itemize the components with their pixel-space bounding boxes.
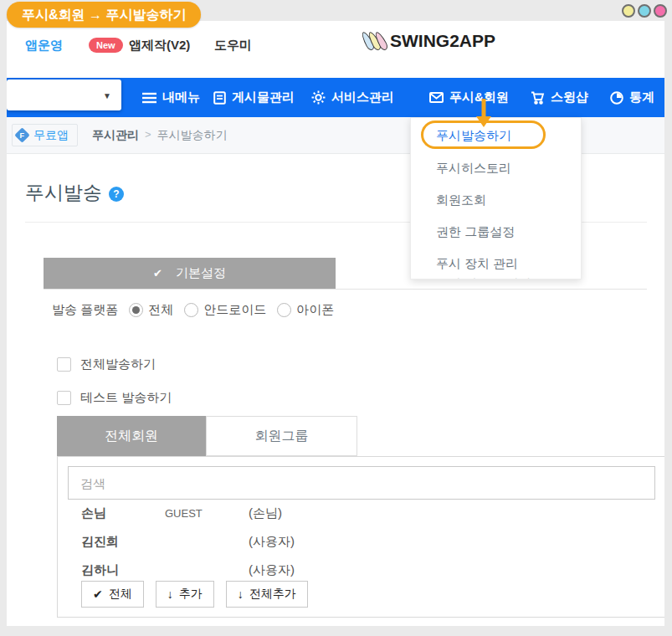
window-dot-cyan-icon[interactable]: [638, 4, 651, 18]
menu-item-permission-groups[interactable]: 권한 그룹설정: [436, 224, 515, 240]
radio-icon[interactable]: [277, 303, 291, 317]
menu-item-push-history[interactable]: 푸시히스토리: [436, 161, 511, 177]
member-name: 손님: [81, 505, 106, 521]
nav-label: 서비스관리: [331, 90, 394, 105]
tutorial-arrow-down-icon: [471, 99, 496, 129]
tab-basic-settings[interactable]: ✔ 기본설정: [44, 258, 336, 289]
radio-platform-all[interactable]: 전체: [129, 302, 173, 318]
tab-member-groups[interactable]: 회원그룹: [206, 416, 357, 456]
page-title: 푸시발송 ?: [25, 180, 124, 206]
member-row[interactable]: 손님 GUEST (손님): [58, 505, 664, 522]
nav-label: 내메뉴: [162, 90, 200, 105]
window-dot-pink-icon[interactable]: [654, 4, 667, 18]
radio-label: 안드로이드: [203, 302, 266, 318]
window-dot-yellow-icon[interactable]: [622, 4, 635, 18]
member-name: 김진희: [81, 534, 119, 550]
member-list-panel: 손님 GUEST (손님) 김진희 (사용자) 김하니 (사용자) ✔ 전체 ↓…: [57, 456, 664, 618]
breadcrumb: 푸시관리 > 푸시발송하기: [92, 128, 228, 143]
checkbox-icon[interactable]: [57, 391, 71, 405]
radio-platform-iphone[interactable]: 아이폰: [277, 302, 334, 318]
button-label: 전체추가: [249, 587, 296, 602]
main-navbar: ▼ 내메뉴 게시물관리 서비스관리 푸시&회원: [7, 78, 664, 117]
feather-logo-icon: [364, 30, 386, 52]
header-link-app-operation[interactable]: 앱운영: [25, 38, 63, 54]
check-icon: ✔: [153, 267, 162, 280]
arrow-down-icon: ↓: [238, 587, 244, 601]
help-icon[interactable]: ?: [109, 187, 124, 202]
breadcrumb-current: 푸시발송하기: [157, 128, 228, 143]
menu-item-member-lookup[interactable]: 회원조회: [436, 192, 486, 208]
member-panel-buttons: ✔ 전체 ↓ 추가 ↓ 전체추가: [81, 581, 308, 608]
check-icon: ✔: [93, 587, 103, 601]
new-badge: New: [89, 38, 123, 53]
breadcrumb-separator: >: [145, 128, 151, 143]
menu-icon: [142, 92, 156, 104]
menu-item-push-devices[interactable]: 푸시 장치 관리: [436, 256, 518, 272]
nav-item-statistics[interactable]: 통계: [610, 78, 654, 117]
stats-icon: [610, 91, 623, 105]
checkbox-label: 전체발송하기: [80, 356, 156, 372]
swing2app-logo[interactable]: SWING2APP: [364, 30, 495, 52]
member-row[interactable]: 김하니 (사용자): [58, 562, 664, 579]
nav-label: 스윙샵: [551, 90, 588, 105]
platform-row: 발송 플랫폼 전체 안드로이드 아이폰: [52, 302, 334, 318]
tab-label: 기본설정: [176, 265, 226, 281]
select-all-button[interactable]: ✔ 전체: [81, 581, 144, 608]
nav-label: 통계: [629, 90, 654, 105]
tab-underline: [44, 289, 647, 290]
checkbox-icon[interactable]: [57, 357, 71, 372]
radio-label: 전체: [148, 302, 173, 318]
checkbox-test-send[interactable]: 테스트 발송하기: [57, 390, 172, 406]
member-role: (사용자): [249, 562, 295, 578]
radio-label: 아이폰: [296, 302, 334, 318]
tab-all-members[interactable]: 전체회원: [57, 416, 206, 456]
tutorial-badge: 푸시&회원 → 푸시발송하기: [7, 2, 201, 28]
nav-item-swing-shop[interactable]: 스윙샵: [531, 78, 588, 117]
logo-text: SWING2APP: [390, 31, 495, 51]
app-select-dropdown[interactable]: ▼: [7, 80, 121, 110]
nav-item-board-management[interactable]: 게시물관리: [213, 78, 295, 117]
checkbox-send-all[interactable]: 전체발송하기: [57, 356, 156, 372]
nav-label: 게시물관리: [232, 90, 295, 105]
nav-item-push-members[interactable]: 푸시&회원: [429, 78, 509, 117]
button-label: 전체: [109, 587, 132, 602]
header-link-helper[interactable]: 도우미: [214, 38, 252, 54]
nav-item-my-menu[interactable]: 내메뉴: [142, 78, 200, 117]
radio-icon[interactable]: [184, 303, 198, 317]
add-button[interactable]: ↓ 추가: [156, 581, 214, 608]
member-username: GUEST: [165, 507, 203, 520]
search-input[interactable]: [68, 466, 655, 500]
arrow-down-icon: ↓: [167, 587, 173, 601]
radio-icon[interactable]: [129, 303, 143, 317]
button-label: 추가: [179, 587, 203, 602]
menu-item-clipped[interactable]: 푸시 알림 보내기: [436, 276, 531, 280]
add-all-button[interactable]: ↓ 전체추가: [226, 581, 308, 608]
radio-platform-android[interactable]: 안드로이드: [184, 302, 266, 318]
gear-icon: [311, 90, 326, 105]
current-app-badge[interactable]: F 무료앱: [12, 124, 78, 146]
member-role: (사용자): [249, 534, 295, 550]
breadcrumb-section: 푸시관리: [92, 128, 139, 143]
member-role: (손님): [249, 505, 282, 521]
board-icon: [213, 91, 226, 105]
cart-icon: [531, 91, 545, 105]
member-name: 김하니: [81, 562, 119, 578]
mail-icon: [429, 92, 444, 103]
checkbox-label: 테스트 발송하기: [80, 390, 172, 406]
nav-item-service-management[interactable]: 서비스관리: [311, 78, 394, 117]
chevron-down-icon: ▼: [103, 90, 111, 100]
member-row[interactable]: 김진희 (사용자): [58, 534, 664, 551]
window-controls: [622, 4, 667, 18]
app-badge-label: 무료앱: [33, 128, 69, 143]
header-link-app-maker[interactable]: 앱제작(V2): [129, 38, 190, 54]
platform-label: 발송 플랫폼: [52, 302, 118, 318]
app-window: 앱운영 New 앱제작(V2) 도우미 SWING2APP ▼ 내메뉴 게시물관…: [7, 21, 664, 626]
free-app-icon: F: [14, 127, 29, 142]
